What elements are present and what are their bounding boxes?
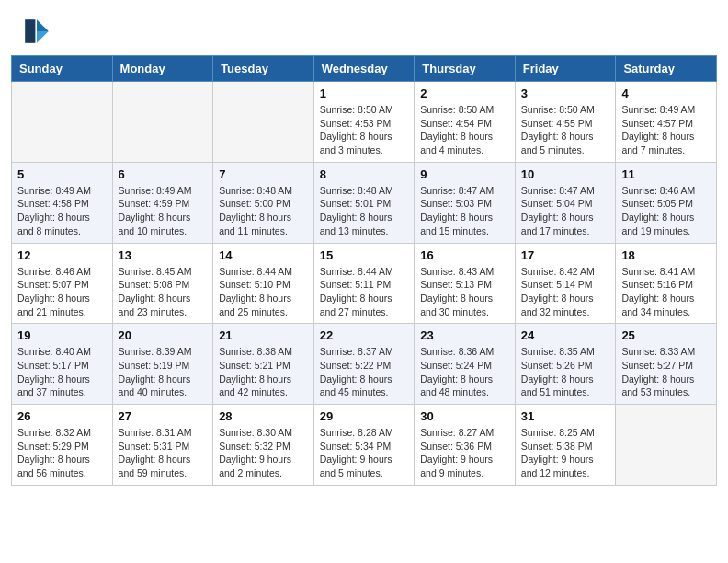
day-info: Sunrise: 8:49 AMSunset: 4:57 PMDaylight:…: [621, 103, 711, 157]
day-info: Sunrise: 8:50 AMSunset: 4:54 PMDaylight:…: [420, 103, 509, 157]
calendar-cell: 22Sunrise: 8:37 AMSunset: 5:22 PMDayligh…: [313, 324, 415, 405]
day-info: Sunrise: 8:28 AMSunset: 5:34 PMDaylight:…: [320, 426, 409, 480]
calendar-cell: 19Sunrise: 8:40 AMSunset: 5:17 PMDayligh…: [12, 324, 113, 405]
day-number: 22: [320, 328, 409, 342]
calendar-cell: 27Sunrise: 8:31 AMSunset: 5:31 PMDayligh…: [112, 405, 213, 486]
calendar-cell: 8Sunrise: 8:48 AMSunset: 5:01 PMDaylight…: [313, 162, 415, 243]
day-number: 30: [420, 409, 509, 423]
day-number: 11: [621, 167, 711, 181]
day-info: Sunrise: 8:47 AMSunset: 5:03 PMDaylight:…: [420, 184, 509, 238]
calendar-cell: [12, 82, 113, 163]
calendar-week-row-3: 12Sunrise: 8:46 AMSunset: 5:07 PMDayligh…: [12, 243, 717, 324]
calendar-week-row-2: 5Sunrise: 8:49 AMSunset: 4:58 PMDaylight…: [12, 162, 717, 243]
calendar-cell: 14Sunrise: 8:44 AMSunset: 5:10 PMDayligh…: [213, 243, 314, 324]
day-number: 20: [119, 328, 208, 342]
calendar-cell: 2Sunrise: 8:50 AMSunset: 4:54 PMDaylight…: [415, 82, 516, 163]
page-header: [0, 0, 728, 55]
day-info: Sunrise: 8:32 AMSunset: 5:29 PMDaylight:…: [17, 426, 107, 480]
day-number: 7: [219, 167, 308, 181]
calendar-cell: 23Sunrise: 8:36 AMSunset: 5:24 PMDayligh…: [415, 324, 516, 405]
day-number: 5: [17, 167, 107, 181]
day-info: Sunrise: 8:31 AMSunset: 5:31 PMDaylight:…: [119, 426, 208, 480]
day-info: Sunrise: 8:30 AMSunset: 5:32 PMDaylight:…: [219, 426, 308, 480]
calendar-cell: 29Sunrise: 8:28 AMSunset: 5:34 PMDayligh…: [313, 405, 415, 486]
day-number: 10: [521, 167, 610, 181]
calendar-cell: 18Sunrise: 8:41 AMSunset: 5:16 PMDayligh…: [616, 243, 717, 324]
calendar-week-row-5: 26Sunrise: 8:32 AMSunset: 5:29 PMDayligh…: [12, 405, 717, 486]
calendar-cell: 5Sunrise: 8:49 AMSunset: 4:58 PMDaylight…: [12, 162, 113, 243]
calendar-cell: 31Sunrise: 8:25 AMSunset: 5:38 PMDayligh…: [515, 405, 616, 486]
day-info: Sunrise: 8:45 AMSunset: 5:08 PMDaylight:…: [119, 265, 208, 319]
calendar-table: SundayMondayTuesdayWednesdayThursdayFrid…: [11, 55, 717, 486]
day-info: Sunrise: 8:44 AMSunset: 5:11 PMDaylight:…: [320, 265, 409, 319]
day-info: Sunrise: 8:37 AMSunset: 5:22 PMDaylight:…: [320, 345, 409, 399]
day-info: Sunrise: 8:35 AMSunset: 5:26 PMDaylight:…: [521, 345, 610, 399]
calendar-wrapper: SundayMondayTuesdayWednesdayThursdayFrid…: [0, 55, 728, 497]
day-info: Sunrise: 8:38 AMSunset: 5:21 PMDaylight:…: [219, 345, 308, 399]
logo-icon: [22, 17, 51, 46]
calendar-cell: 10Sunrise: 8:47 AMSunset: 5:04 PMDayligh…: [515, 162, 616, 243]
day-number: 19: [17, 328, 107, 342]
day-info: Sunrise: 8:41 AMSunset: 5:16 PMDaylight:…: [621, 265, 711, 319]
day-info: Sunrise: 8:39 AMSunset: 5:19 PMDaylight:…: [119, 345, 208, 399]
calendar-cell: 1Sunrise: 8:50 AMSunset: 4:53 PMDaylight…: [313, 82, 415, 163]
logo: [22, 17, 55, 46]
calendar-cell: 20Sunrise: 8:39 AMSunset: 5:19 PMDayligh…: [112, 324, 213, 405]
day-number: 27: [119, 409, 208, 423]
calendar-cell: 13Sunrise: 8:45 AMSunset: 5:08 PMDayligh…: [112, 243, 213, 324]
calendar-cell: 24Sunrise: 8:35 AMSunset: 5:26 PMDayligh…: [515, 324, 616, 405]
calendar-cell: 15Sunrise: 8:44 AMSunset: 5:11 PMDayligh…: [313, 243, 415, 324]
day-number: 14: [219, 248, 308, 262]
calendar-cell: 9Sunrise: 8:47 AMSunset: 5:03 PMDaylight…: [415, 162, 516, 243]
weekday-header-monday: Monday: [112, 56, 213, 82]
day-number: 13: [119, 248, 208, 262]
day-number: 3: [521, 86, 610, 100]
day-info: Sunrise: 8:33 AMSunset: 5:27 PMDaylight:…: [621, 345, 711, 399]
day-number: 4: [621, 86, 711, 100]
weekday-header-sunday: Sunday: [12, 56, 113, 82]
day-number: 1: [320, 86, 409, 100]
day-info: Sunrise: 8:48 AMSunset: 5:01 PMDaylight:…: [320, 184, 409, 238]
day-info: Sunrise: 8:40 AMSunset: 5:17 PMDaylight:…: [17, 345, 107, 399]
day-number: 24: [521, 328, 610, 342]
svg-marker-1: [37, 31, 49, 43]
day-number: 15: [320, 248, 409, 262]
day-info: Sunrise: 8:49 AMSunset: 4:59 PMDaylight:…: [119, 184, 208, 238]
calendar-cell: 25Sunrise: 8:33 AMSunset: 5:27 PMDayligh…: [616, 324, 717, 405]
day-info: Sunrise: 8:46 AMSunset: 5:07 PMDaylight:…: [17, 265, 107, 319]
day-number: 17: [521, 248, 610, 262]
day-info: Sunrise: 8:46 AMSunset: 5:05 PMDaylight:…: [621, 184, 711, 238]
day-number: 2: [420, 86, 509, 100]
calendar-cell: 30Sunrise: 8:27 AMSunset: 5:36 PMDayligh…: [415, 405, 516, 486]
weekday-header-thursday: Thursday: [415, 56, 516, 82]
weekday-header-row: SundayMondayTuesdayWednesdayThursdayFrid…: [12, 56, 717, 82]
calendar-cell: [616, 405, 717, 486]
day-info: Sunrise: 8:43 AMSunset: 5:13 PMDaylight:…: [420, 265, 509, 319]
day-info: Sunrise: 8:25 AMSunset: 5:38 PMDaylight:…: [521, 426, 610, 480]
day-number: 21: [219, 328, 308, 342]
calendar-cell: 16Sunrise: 8:43 AMSunset: 5:13 PMDayligh…: [415, 243, 516, 324]
calendar-week-row-1: 1Sunrise: 8:50 AMSunset: 4:53 PMDaylight…: [12, 82, 717, 163]
calendar-cell: 17Sunrise: 8:42 AMSunset: 5:14 PMDayligh…: [515, 243, 616, 324]
svg-marker-0: [37, 19, 49, 31]
calendar-week-row-4: 19Sunrise: 8:40 AMSunset: 5:17 PMDayligh…: [12, 324, 717, 405]
calendar-cell: 4Sunrise: 8:49 AMSunset: 4:57 PMDaylight…: [616, 82, 717, 163]
calendar-cell: 6Sunrise: 8:49 AMSunset: 4:59 PMDaylight…: [112, 162, 213, 243]
weekday-header-friday: Friday: [515, 56, 616, 82]
day-number: 26: [17, 409, 107, 423]
day-info: Sunrise: 8:50 AMSunset: 4:53 PMDaylight:…: [320, 103, 409, 157]
day-number: 9: [420, 167, 509, 181]
day-info: Sunrise: 8:48 AMSunset: 5:00 PMDaylight:…: [219, 184, 308, 238]
calendar-cell: 3Sunrise: 8:50 AMSunset: 4:55 PMDaylight…: [515, 82, 616, 163]
calendar-cell: 28Sunrise: 8:30 AMSunset: 5:32 PMDayligh…: [213, 405, 314, 486]
day-number: 8: [320, 167, 409, 181]
day-info: Sunrise: 8:42 AMSunset: 5:14 PMDaylight:…: [521, 265, 610, 319]
day-info: Sunrise: 8:36 AMSunset: 5:24 PMDaylight:…: [420, 345, 509, 399]
day-number: 18: [621, 248, 711, 262]
day-number: 23: [420, 328, 509, 342]
weekday-header-saturday: Saturday: [616, 56, 717, 82]
day-number: 16: [420, 248, 509, 262]
day-number: 31: [521, 409, 610, 423]
calendar-cell: 26Sunrise: 8:32 AMSunset: 5:29 PMDayligh…: [12, 405, 113, 486]
day-info: Sunrise: 8:47 AMSunset: 5:04 PMDaylight:…: [521, 184, 610, 238]
